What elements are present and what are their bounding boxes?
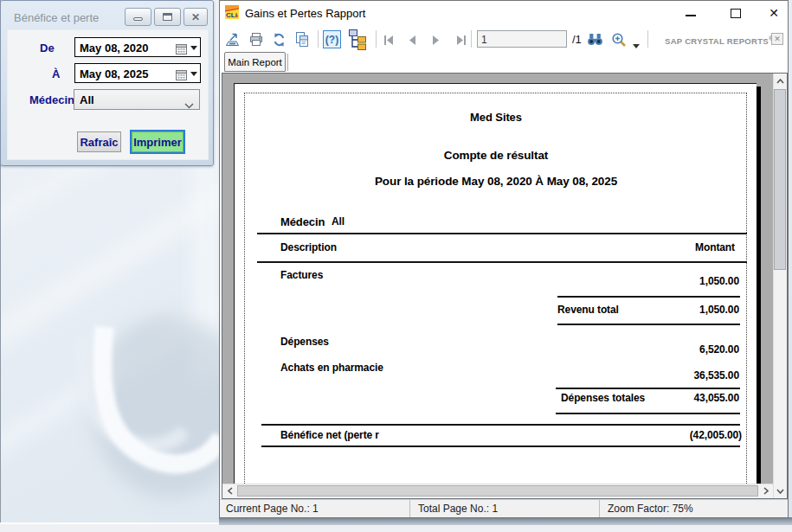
- status-separator: [409, 500, 410, 517]
- report-rule: [261, 424, 740, 426]
- refresh-button[interactable]: Rafraîc: [77, 131, 121, 152]
- toolbar-separator: [647, 30, 648, 48]
- report-medecin-value: All: [332, 216, 344, 228]
- zoom-icon: [611, 32, 627, 48]
- row-value: (42,005.00): [245, 430, 742, 441]
- chevron-left-icon: [228, 487, 233, 495]
- previous-page-button[interactable]: [407, 34, 417, 49]
- status-zoom-factor: Zoom Factor: 75%: [608, 503, 693, 515]
- next-page-button[interactable]: [431, 34, 441, 49]
- calendar-icon: [176, 68, 187, 84]
- sap-crystal-reports-logo: SAP CRYSTAL REPORTS®: [665, 35, 773, 46]
- find-button[interactable]: [587, 33, 603, 49]
- copy-button[interactable]: [293, 31, 310, 51]
- app-icon: CLi: [225, 5, 239, 22]
- calendar-icon: [176, 42, 187, 58]
- status-separator: [599, 500, 600, 517]
- dialog-maximize-button[interactable]: [154, 8, 181, 26]
- chevron-right-icon: [763, 487, 769, 495]
- dialog-close-button[interactable]: ✕: [184, 8, 208, 26]
- scroll-left-button[interactable]: [222, 484, 237, 498]
- report-rule: [257, 233, 747, 234]
- horizontal-scrollbar-thumb[interactable]: [237, 485, 758, 497]
- report-title: Compte de résultat: [245, 150, 747, 161]
- toggle-parameter-panel-button[interactable]: (?): [323, 30, 341, 48]
- status-total-page: Total Page No.: 1: [418, 503, 498, 515]
- report-viewport: Med Sites Compte de résultat Pour la pér…: [222, 73, 788, 499]
- toolbar-separator: [376, 30, 377, 48]
- medecin-selected-value: All: [80, 93, 94, 106]
- medecin-label: Médecin: [29, 94, 74, 106]
- row-value: 36,535.00: [245, 370, 739, 381]
- last-page-button[interactable]: [455, 34, 467, 49]
- dialog-minimize-button[interactable]: [125, 8, 151, 26]
- next-page-icon: [431, 35, 441, 46]
- report-rule: [257, 261, 747, 263]
- medecin-combobox[interactable]: All: [74, 89, 200, 110]
- print-icon: [248, 32, 264, 48]
- window-close-button[interactable]: ✕: [757, 3, 791, 22]
- export-icon: [225, 32, 241, 48]
- first-page-button[interactable]: [383, 34, 395, 49]
- brand-close-icon[interactable]: ✕: [771, 33, 783, 45]
- to-date-value: May 08, 2025: [80, 67, 149, 80]
- scroll-up-button[interactable]: [773, 74, 787, 88]
- minimize-icon: [133, 17, 143, 21]
- zoom-dropdown-icon[interactable]: [633, 36, 640, 52]
- window-maximize-button[interactable]: [718, 3, 753, 22]
- window-title: Gains et Pertes Rapport: [245, 7, 365, 20]
- status-current-page: Current Page No.: 1: [226, 503, 319, 515]
- binoculars-icon: [587, 33, 603, 46]
- maximize-icon: [163, 13, 172, 21]
- row-value: 1,050.00: [245, 276, 739, 287]
- report-company: Med Sites: [245, 112, 747, 123]
- report-rule: [556, 413, 740, 414]
- date-dropdown-icon[interactable]: [190, 72, 197, 76]
- first-page-icon: [383, 35, 395, 46]
- to-date-field[interactable]: May 08, 2025: [74, 63, 201, 83]
- refresh-icon: [271, 32, 287, 48]
- print-button[interactable]: Imprimer: [130, 130, 185, 154]
- from-date-field[interactable]: May 08, 2020: [74, 37, 201, 57]
- toolbar-separator: [471, 30, 472, 48]
- report-page: Med Sites Compte de résultat Pour la pér…: [234, 83, 757, 484]
- row-value: 6,520.00: [245, 344, 739, 356]
- scroll-down-button[interactable]: [773, 484, 787, 498]
- export-button[interactable]: [225, 32, 241, 51]
- refresh-button-toolbar[interactable]: [271, 32, 287, 51]
- maximize-icon: [731, 9, 741, 18]
- window-minimize-button[interactable]: [673, 3, 708, 22]
- date-dropdown-icon[interactable]: [190, 46, 197, 50]
- close-icon: ✕: [769, 6, 779, 20]
- toolbar-separator: [318, 30, 319, 48]
- chevron-down-icon: [184, 97, 194, 112]
- copy-icon: [293, 31, 310, 48]
- scroll-right-button[interactable]: [758, 484, 773, 498]
- print-button[interactable]: [248, 32, 264, 51]
- page-number-input[interactable]: 1: [477, 30, 567, 48]
- row-value: 43,055.00: [245, 393, 739, 404]
- report-window-bottom-frame: [219, 517, 792, 525]
- previous-page-icon: [407, 35, 417, 46]
- chevron-down-icon: [776, 489, 784, 494]
- report-period: Pour la période May 08, 2020 À May 08, 2…: [245, 176, 747, 187]
- tab-main-report[interactable]: Main Report: [224, 52, 286, 72]
- group-tree-button[interactable]: [348, 29, 369, 54]
- report-rule: [557, 296, 740, 298]
- vertical-scrollbar-thumb[interactable]: [774, 89, 786, 270]
- group-tree-icon: [348, 29, 369, 50]
- zoom-button[interactable]: [611, 32, 627, 51]
- report-rule: [557, 324, 740, 325]
- close-icon: ✕: [191, 12, 200, 22]
- benefice-et-perte-dialog: Bénéfice et perte ✕ De May 08, 2020 À Ma…: [0, 0, 214, 166]
- report-rule: [556, 388, 740, 389]
- row-value: 1,050.00: [245, 304, 739, 316]
- svg-text:CLi: CLi: [226, 11, 237, 19]
- page-total-label: /1: [572, 33, 582, 46]
- last-page-icon: [455, 35, 467, 46]
- report-medecin-label: Médecin: [280, 216, 325, 228]
- report-rule: [261, 445, 740, 447]
- column-amount: Montant: [245, 242, 735, 253]
- gains-et-pertes-window: CLi Gains et Pertes Rapport ✕: [219, 0, 789, 518]
- chevron-up-icon: [776, 79, 784, 84]
